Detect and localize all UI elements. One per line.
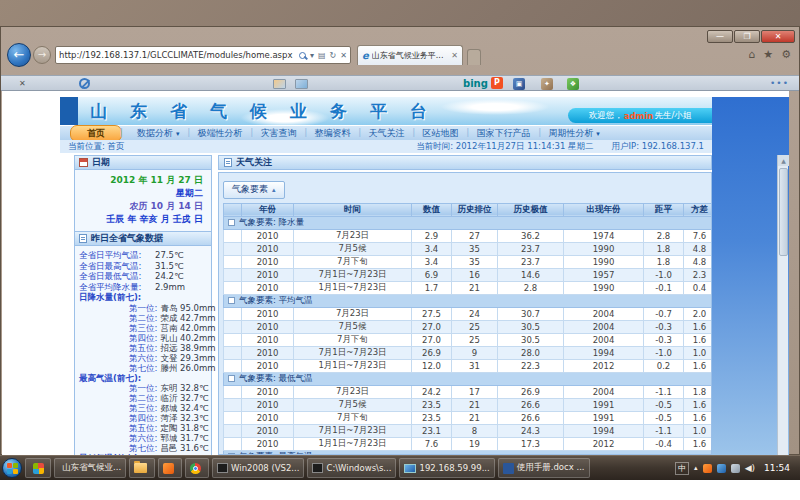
language-indicator[interactable]: 中 (675, 462, 689, 475)
snapshot-icon[interactable] (273, 79, 286, 89)
menu-item[interactable]: 天气关注 ▾ (359, 127, 413, 140)
browser-tab[interactable]: e 山东省气候业务平... ✕ (357, 45, 463, 65)
table-row[interactable]: 20107月5候27.02530.52004-0.31.6 (224, 320, 713, 333)
welcome-username: admin (624, 111, 654, 121)
url-text[interactable]: http://192.168.137.1/GLCCLIMATE/modules/… (59, 50, 299, 60)
toolbar-overflow-icon[interactable]: ••• (770, 78, 789, 88)
column-header[interactable]: 历史排位 (452, 203, 498, 216)
table-row[interactable]: 20101月1日~7月23日1.7212.81990-0.10.4 (224, 281, 713, 294)
table-cell: 7月23日 (294, 229, 412, 242)
taskbar-window-button[interactable]: 192.168.59.99... (399, 458, 494, 478)
volume-icon[interactable]: ◀) (745, 463, 755, 473)
table-row[interactable]: 20107月下旬27.02530.52004-0.31.6 (224, 333, 713, 346)
addons-plugin-icon[interactable]: ❖ (567, 78, 579, 90)
table-cell: 23.7 (498, 242, 564, 255)
row-checkbox-cell (224, 359, 242, 372)
tools-plugin-icon[interactable]: ✦ (541, 78, 553, 90)
tab-close-icon[interactable]: ✕ (451, 51, 458, 60)
group-checkbox[interactable] (228, 297, 235, 304)
column-header[interactable]: 方差 (684, 203, 713, 216)
panel-icon (224, 158, 232, 167)
table-row[interactable]: 20107月5候3.43523.719901.84.8 (224, 242, 713, 255)
menu-item[interactable]: 国家下行产品 ▾ (467, 127, 539, 140)
new-tab-button[interactable] (467, 49, 481, 65)
refresh-icon[interactable]: ↻ (330, 51, 337, 60)
mail-icon[interactable] (295, 79, 308, 89)
action-center-flag-icon[interactable] (717, 464, 726, 473)
menu-item[interactable]: 首页 ▾ (70, 125, 122, 142)
address-bar[interactable]: http://192.168.137.1/GLCCLIMATE/modules/… (55, 46, 351, 64)
media-plugin-icon[interactable]: ▣ (513, 78, 525, 90)
show-hidden-icons-icon[interactable]: ▴ (694, 464, 698, 472)
table-row[interactable]: 20107月下旬3.43523.719901.84.8 (224, 255, 713, 268)
taskbar-window-button[interactable]: 山东省气候业... (54, 458, 126, 478)
menu-item[interactable]: 灾害查询 ▾ (251, 127, 305, 140)
quick-launch-media-button[interactable] (25, 458, 51, 478)
table-row[interactable]: 20107月1日~7月23日26.9928.01994-1.01.0 (224, 346, 713, 359)
menu-item[interactable]: 整编资料 ▾ (305, 127, 359, 140)
group-checkbox[interactable] (228, 375, 235, 382)
bing-search-icon[interactable]: P (491, 77, 503, 89)
firefox-tray-icon[interactable] (703, 464, 712, 473)
table-row[interactable]: 20107月5候23.52126.61991-0.51.6 (224, 398, 713, 411)
table-cell: 1.8 (644, 255, 684, 268)
taskbar-window-button[interactable] (185, 458, 209, 478)
table-cell: 1990 (564, 255, 644, 268)
bing-toolbar-logo[interactable]: bing P (463, 77, 503, 89)
column-header[interactable]: 年份 (242, 203, 294, 216)
menu-item[interactable]: 极端性分析 ▾ (188, 127, 251, 140)
settings-gear-icon[interactable]: ⚙ (781, 48, 791, 61)
element-group-row[interactable]: 气象要素: 平均气温 (224, 294, 713, 307)
bing-label: bing (463, 78, 488, 89)
element-button-label: 气象要素 (232, 183, 268, 196)
table-row[interactable]: 20107月23日2.92736.219742.87.6 (224, 229, 713, 242)
taskbar-window-button[interactable]: 使用手册.docx ... (498, 458, 590, 478)
rank-label: 第二位: (129, 393, 157, 403)
forward-button[interactable]: → (33, 46, 51, 64)
table-cell: 1994 (564, 346, 644, 359)
taskbar-window-button[interactable] (129, 458, 155, 478)
table-row[interactable]: 20107月23日24.21726.92004-1.11.8 (224, 385, 713, 398)
table-cell: 1月1日~7月23日 (294, 437, 412, 450)
table-cell: 2010 (242, 242, 294, 255)
back-button[interactable]: ← (7, 43, 31, 67)
autocomplete-dropdown-icon[interactable]: ▾ (310, 51, 314, 60)
favorites-star-icon[interactable]: ★ (763, 48, 773, 61)
column-header[interactable] (224, 203, 242, 216)
column-header[interactable]: 数值 (412, 203, 452, 216)
toolbar-close-icon[interactable]: ✕ (19, 79, 26, 88)
table-row[interactable]: 20101月1日~7月23日12.03122.320120.21.6 (224, 359, 713, 372)
column-header[interactable]: 时间 (294, 203, 412, 216)
menu-item[interactable]: 周期性分析 ▾ (539, 127, 608, 140)
element-group-row[interactable]: 气象要素: 降水量 (224, 216, 713, 229)
taskbar-window-button[interactable]: C:\Windows\s... (307, 458, 396, 478)
scroll-up-icon[interactable]: ▲ (778, 155, 789, 166)
table-row[interactable]: 20107月下旬23.52126.61991-0.51.6 (224, 411, 713, 424)
status-bar: 当前位置: 首页 当前时间: 2012年11月27日 11:14:31 星期二 … (60, 140, 712, 153)
compatibility-icon[interactable]: ▤ (318, 51, 326, 60)
scrollbar-thumb[interactable] (779, 168, 788, 256)
popup-blocked-icon[interactable] (79, 78, 90, 89)
element-group-row[interactable]: 气象要素: 最低气温 (224, 372, 713, 385)
table-row[interactable]: 20107月1日~7月23日6.91614.61957-1.02.3 (224, 268, 713, 281)
table-row[interactable]: 20101月1日~7月23日7.61917.32012-0.41.6 (224, 437, 713, 450)
stop-icon[interactable]: ✕ (340, 51, 347, 60)
search-icon[interactable] (299, 52, 306, 59)
column-header[interactable]: 距平 (644, 203, 684, 216)
chevron-up-icon: ▴ (272, 186, 276, 194)
table-row[interactable]: 20107月23日27.52430.72004-0.72.0 (224, 307, 713, 320)
taskbar-clock[interactable]: 11:54 (760, 463, 794, 473)
network-icon[interactable] (731, 464, 740, 473)
group-checkbox[interactable] (228, 219, 235, 226)
table-row[interactable]: 20107月1日~7月23日23.1824.31994-1.11.0 (224, 424, 713, 437)
element-filter-button[interactable]: 气象要素 ▴ (223, 181, 285, 199)
menu-item[interactable]: 区站地图 ▾ (413, 127, 467, 140)
page-scrollbar[interactable]: ▲ ▼ (777, 155, 788, 455)
column-header[interactable]: 历史极值 (498, 203, 564, 216)
menu-item[interactable]: 数据分析 ▾ (128, 127, 188, 140)
home-icon[interactable]: ⌂ (748, 48, 755, 61)
start-button[interactable] (2, 458, 22, 478)
column-header[interactable]: 出现年份 (564, 203, 644, 216)
taskbar-window-button[interactable] (158, 458, 182, 478)
taskbar-window-button[interactable]: Win2008 (VS2... (212, 458, 304, 478)
